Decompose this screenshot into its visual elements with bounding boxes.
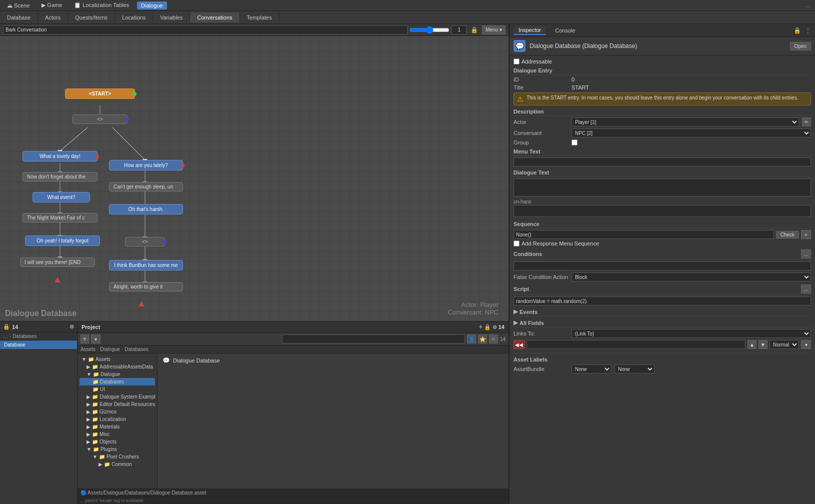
add-icon[interactable]: + [479, 324, 482, 330]
more-btn[interactable]: ... [804, 2, 812, 9]
open-button[interactable]: Open [790, 42, 811, 50]
file-content: 💬 Dialogue Database [158, 354, 508, 488]
events-expand[interactable]: ▶ [514, 308, 518, 315]
normal-dropdown[interactable]: Normal [770, 340, 799, 349]
tree-ui[interactable]: 📁 UI [80, 386, 155, 393]
dialogue-text-area[interactable] [514, 178, 811, 196]
group-checkbox[interactable] [572, 140, 578, 146]
scene-tab[interactable]: ⛰ Scene [3, 2, 34, 10]
node-npc6[interactable]: I think BunBun has some me [109, 260, 183, 270]
svg-line-2 [60, 128, 88, 151]
more-icon-inspector[interactable]: ⋮ [805, 27, 811, 34]
node-npc1[interactable]: What a lovely day! [22, 151, 98, 162]
node-player4[interactable]: Can't get enough sleep, un [109, 182, 183, 192]
zoom-value[interactable] [452, 26, 466, 34]
none-dropdown-2[interactable]: None [614, 364, 654, 374]
node-player5[interactable]: Alright, worth to give it [109, 282, 183, 292]
script-input[interactable] [514, 296, 811, 306]
menu-button[interactable]: Menu ▾ [482, 26, 506, 34]
conversation-name-input[interactable] [3, 26, 408, 34]
node-connector2[interactable]: <> [125, 237, 165, 246]
node-start[interactable]: <START> [65, 88, 135, 99]
svg-marker-26 [54, 277, 60, 282]
link-up-btn[interactable]: ▲ [748, 340, 756, 349]
node-npc5[interactable]: Oh that's harsh. [109, 204, 183, 214]
project-search-input[interactable] [282, 334, 464, 344]
node-player2[interactable]: The Night Market Fair of c [22, 213, 98, 222]
tab-templates[interactable]: Templates [240, 12, 280, 22]
conditions-input[interactable] [514, 262, 811, 270]
add-btn-proj[interactable]: + [80, 334, 89, 344]
conversant-dropdown[interactable]: NPC [2] [572, 128, 811, 138]
tree-plugins[interactable]: ▼ 📁 Plugins [80, 446, 155, 453]
check-button[interactable]: Check [776, 231, 799, 238]
tree-objects[interactable]: ▶ 📁 Objects [80, 438, 155, 446]
dialogue-tab[interactable]: Dialogue [137, 2, 166, 10]
localization-tab[interactable]: 📋 Localization Tables [70, 1, 133, 10]
more-sequence-btn[interactable]: + [801, 230, 811, 239]
tab-conversations[interactable]: Conversations [190, 12, 240, 22]
links-to-row: Links To: (Link To) [514, 329, 811, 338]
proj-icon3[interactable]: ☆ [489, 334, 498, 344]
link-more-btn[interactable]: ▾ [801, 340, 811, 349]
content-db[interactable]: 💬 Dialogue Database [160, 356, 506, 366]
proj-icon1[interactable]: 👤 [467, 334, 476, 344]
addressable-checkbox[interactable] [514, 58, 520, 64]
db-icon: 💬 [162, 357, 170, 364]
link-red-btn[interactable]: ◀◀ [514, 340, 524, 349]
link-down-btn[interactable]: ▼ [758, 340, 768, 349]
scene-icon: ⛰ [7, 2, 12, 8]
tree-misc[interactable]: ▶ 📁 Misc [80, 430, 155, 438]
node-player1[interactable]: Now don't forget about the [22, 172, 98, 182]
node-connector1[interactable]: <> [72, 114, 128, 124]
tab-console[interactable]: Console [550, 26, 580, 34]
canvas-area[interactable]: <START> <> What a lovely day! Now don't … [0, 36, 508, 321]
tree-gizmos[interactable]: ▶ 📁 Gizmos [80, 408, 155, 416]
tab-database[interactable]: Database [0, 12, 38, 22]
tree-assets[interactable]: ▼ 📁 Assets [80, 356, 155, 363]
node-npc3[interactable]: Oh yeah! I totally forgot [25, 236, 100, 246]
tab-actors[interactable]: Actors [38, 12, 68, 22]
node-npc4[interactable]: How are you lately? [109, 160, 183, 170]
all-fields-expand[interactable]: ▶ [514, 320, 518, 326]
inspector-body: Addressable Dialogue Entry ID 0 Title ST… [510, 56, 815, 504]
project-panel: Project + 🔒 ⚙ 14 + ▾ 👤 ⭐ ☆ 1 [78, 322, 508, 504]
svg-line-4 [112, 128, 145, 160]
tree-dialogue-system[interactable]: ▶ 📁 Dialogue System Exampl [80, 393, 155, 400]
actor-edit-btn[interactable]: ✏ [802, 118, 811, 126]
tab-locations[interactable]: Locations [115, 12, 153, 22]
lock-icon-left: 🔒 [3, 324, 10, 330]
section-script: Script … [514, 284, 811, 295]
settings-icon-proj[interactable]: ⚙ [492, 324, 497, 330]
cn-hans-area[interactable] [514, 205, 811, 217]
menu-text-input[interactable] [514, 158, 811, 166]
tree-editor-default[interactable]: ▶ 📁 Editor Default Resources [80, 400, 155, 408]
settings-icon-left[interactable]: ⚙ [70, 324, 74, 330]
node-player3[interactable]: I will see you there! [END [20, 258, 95, 267]
db-item[interactable]: Database [0, 340, 77, 349]
none-dropdown-1[interactable]: None [572, 364, 612, 374]
node-npc2[interactable]: What event? [32, 192, 90, 202]
tab-inspector[interactable]: Inspector [514, 26, 546, 35]
tab-quests[interactable]: Quests/Items [68, 12, 115, 22]
false-condition-dropdown[interactable]: Block [572, 272, 811, 282]
expand-icon-gizmos: ▶ [86, 409, 90, 414]
actor-dropdown[interactable]: Player [1] [572, 118, 799, 126]
links-to-dropdown[interactable]: (Link To) [572, 329, 811, 338]
proj-icon2[interactable]: ⭐ [478, 334, 487, 344]
tree-addressable[interactable]: ▶ 📁 AddressableAssetsData [80, 363, 155, 370]
tree-materials[interactable]: ▶ 📁 Materials [80, 423, 155, 430]
script-more-btn[interactable]: … [801, 284, 811, 294]
sequence-input[interactable] [514, 230, 774, 239]
conditions-more-btn[interactable]: … [801, 250, 811, 258]
tab-variables[interactable]: Variables [153, 12, 190, 22]
zoom-slider[interactable] [410, 26, 450, 34]
tree-databases[interactable]: 📁 Databases [80, 378, 155, 386]
tree-dialogue[interactable]: ▼ 📁 Dialogue [80, 370, 155, 378]
tree-pixel-crushers[interactable]: ▼ 📁 Pixel Crushers [80, 453, 155, 460]
tree-common[interactable]: ▶ 📁 Common [80, 460, 155, 468]
game-tab[interactable]: ▶ Game [38, 1, 66, 10]
tree-localization[interactable]: ▶ 📁 Localization [80, 416, 155, 423]
dropdown-btn-proj[interactable]: ▾ [91, 334, 100, 344]
add-response-checkbox[interactable] [514, 240, 520, 246]
